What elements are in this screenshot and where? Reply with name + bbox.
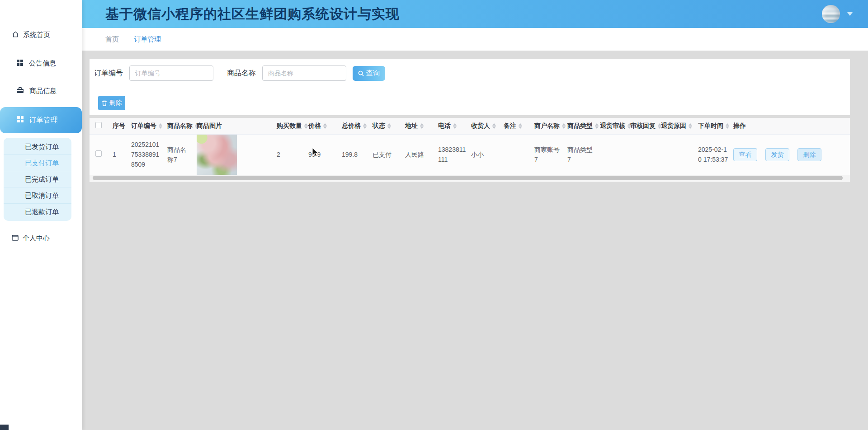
col-product-type: 商品类型 — [563, 118, 595, 134]
col-actions: 操作 — [729, 118, 850, 134]
sort-caret-icon[interactable] — [159, 123, 162, 129]
sort-caret-icon[interactable] — [726, 123, 729, 129]
orders-table-panel: 序号 订单编号 商品名称 商品图片 购买数量 价格 总价格 状态 地址 电话 收… — [90, 118, 850, 182]
search-panel: 订单编号 商品名称 查询 删除 — [90, 59, 850, 115]
query-button[interactable]: 查询 — [353, 66, 385, 81]
sidebar-item-label: 公告信息 — [29, 59, 56, 68]
cell-actions: 查看 发货 删除 — [729, 134, 850, 175]
order-no-input[interactable] — [129, 65, 213, 81]
cell-refund-reason — [656, 134, 693, 175]
sidebar-item-notice[interactable]: 公告信息 — [17, 59, 56, 68]
sidebar-item-label: 商品信息 — [29, 87, 57, 95]
cell-price: 99.9 — [304, 134, 337, 175]
col-price: 价格 — [304, 118, 337, 134]
col-total: 总价格 — [337, 118, 368, 134]
sidebar-item-label: 系统首页 — [23, 31, 50, 39]
sort-caret-icon[interactable] — [595, 123, 599, 129]
sort-caret-icon[interactable] — [492, 123, 496, 129]
sidebar-item-label: 订单管理 — [29, 116, 58, 125]
user-menu[interactable] — [822, 5, 853, 23]
sort-caret-icon[interactable] — [323, 123, 327, 129]
avatar[interactable] — [822, 5, 840, 23]
sort-caret-icon[interactable] — [562, 123, 566, 129]
col-audit-reply: 审核回复 — [626, 118, 656, 134]
select-all-checkbox[interactable] — [95, 122, 102, 128]
submenu-item-cancelled[interactable]: 已取消订单 — [4, 187, 71, 204]
sort-caret-icon[interactable] — [689, 123, 692, 129]
grid-icon — [17, 60, 23, 67]
app-header: 基于微信小程序的社区生鲜团购系统设计与实现 — [82, 0, 868, 28]
col-product-name: 商品名称 — [163, 118, 192, 134]
submenu-item-shipped[interactable]: 已发货订单 — [4, 139, 71, 155]
col-index: 序号 — [108, 118, 127, 134]
orders-table: 序号 订单编号 商品名称 商品图片 购买数量 价格 总价格 状态 地址 电话 收… — [90, 118, 850, 175]
submenu-item-refunded[interactable]: 已退款订单 — [4, 204, 71, 220]
page-title: 基于微信小程序的社区生鲜团购系统设计与实现 — [105, 5, 400, 23]
cell-receiver: 小小 — [467, 134, 499, 175]
view-button[interactable]: 查看 — [733, 148, 757, 161]
corner-block — [0, 425, 9, 430]
sidebar-item-profile[interactable]: 个人中心 — [12, 234, 50, 243]
sidebar-item-home[interactable]: 系统首页 — [12, 31, 50, 39]
cell-phone: 13823811111 — [434, 134, 467, 175]
filter-row: 订单编号 商品名称 查询 — [94, 65, 385, 81]
row-delete-button[interactable]: 删除 — [797, 148, 821, 161]
sort-caret-icon[interactable] — [363, 123, 367, 129]
submenu-item-paid[interactable]: 已支付订单 — [4, 155, 71, 171]
row-checkbox[interactable] — [95, 150, 102, 157]
col-address: 地址 — [401, 118, 434, 134]
cell-index: 1 — [108, 134, 127, 175]
grid-icon — [17, 116, 24, 124]
product-name-input[interactable] — [262, 65, 346, 81]
orders-submenu: 已发货订单 已支付订单 已完成订单 已取消订单 已退款订单 — [4, 138, 71, 221]
delete-button[interactable]: 删除 — [98, 96, 125, 110]
col-quantity: 购买数量 — [272, 118, 304, 134]
col-phone: 电话 — [434, 118, 467, 134]
home-icon — [12, 31, 19, 39]
product-image[interactable] — [197, 135, 237, 175]
cell-audit-reply — [626, 134, 656, 175]
col-refund-reason: 退货原因 — [656, 118, 693, 134]
order-no-label: 订单编号 — [94, 69, 123, 78]
cell-total: 199.8 — [337, 134, 368, 175]
col-merchant: 商户名称 — [530, 118, 563, 134]
col-product-image: 商品图片 — [192, 118, 272, 134]
submenu-item-completed[interactable]: 已完成订单 — [4, 171, 71, 187]
product-name-label: 商品名称 — [227, 69, 256, 78]
table-header-row: 序号 订单编号 商品名称 商品图片 购买数量 价格 总价格 状态 地址 电话 收… — [90, 118, 850, 134]
sort-caret-icon[interactable] — [453, 123, 457, 129]
breadcrumb-home[interactable]: 首页 — [105, 35, 119, 44]
cell-refund-audit — [595, 134, 626, 175]
cell-quantity: 2 — [272, 134, 304, 175]
cell-order-time: 2025-02-10 17:53:37 — [693, 134, 729, 175]
table-row: 1 20252101753388918509 商品名称7 2 99.9 199.… — [90, 134, 850, 175]
scrollbar-thumb[interactable] — [93, 176, 843, 180]
briefcase-icon — [17, 87, 24, 95]
sort-caret-icon[interactable] — [420, 123, 424, 129]
col-order-time: 下单时间 — [693, 118, 729, 134]
horizontal-scrollbar[interactable] — [90, 175, 850, 181]
col-order-no: 订单编号 — [127, 118, 163, 134]
sort-caret-icon[interactable] — [304, 123, 308, 129]
cell-order-no: 20252101753388918509 — [127, 134, 163, 175]
search-icon — [358, 70, 364, 76]
sidebar-item-goods[interactable]: 商品信息 — [17, 87, 57, 95]
col-refund-audit: 退货审核 — [595, 118, 626, 134]
breadcrumb: 首页 订单管理 — [82, 28, 868, 51]
sidebar-item-label: 个人中心 — [23, 234, 50, 243]
cell-merchant: 商家账号7 — [530, 134, 563, 175]
trash-icon — [102, 100, 107, 106]
chevron-down-icon[interactable] — [847, 12, 853, 16]
sidebar-item-orders[interactable]: 订单管理 — [0, 107, 82, 133]
cell-address: 人民路 — [401, 134, 434, 175]
sidebar: 系统首页 公告信息 商品信息 订单管理 已 — [0, 0, 82, 430]
col-remark: 备注 — [499, 118, 530, 134]
col-receiver: 收货人 — [467, 118, 499, 134]
sort-caret-icon[interactable] — [519, 123, 522, 129]
ship-button[interactable]: 发货 — [765, 148, 789, 161]
idcard-icon — [12, 234, 19, 242]
breadcrumb-current[interactable]: 订单管理 — [134, 35, 161, 44]
cell-remark — [499, 134, 530, 175]
sort-caret-icon[interactable] — [387, 123, 391, 129]
col-status: 状态 — [368, 118, 401, 134]
